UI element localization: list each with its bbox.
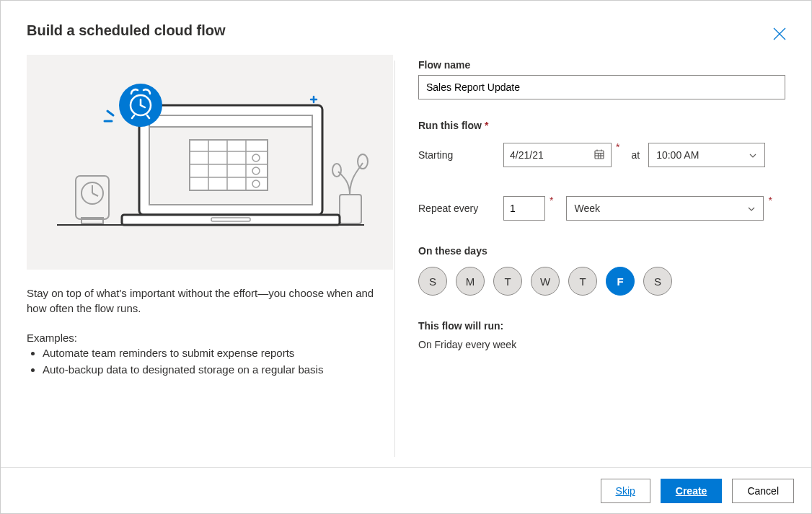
starting-time-select[interactable]: 10:00 AM [648,143,765,167]
starting-time-value: 10:00 AM [656,149,699,161]
day-thursday[interactable]: T [568,267,597,296]
description-text: Stay on top of what's important without … [27,285,377,316]
svg-rect-8 [340,195,361,223]
illustration [27,55,393,270]
repeat-unit-value: Week [574,203,600,214]
cancel-button[interactable]: Cancel [732,479,794,503]
example-item: Auto-backup data to designated storage o… [43,362,377,378]
chevron-down-icon [747,204,756,213]
scheduled-flow-dialog: Build a scheduled cloud flow [0,0,812,514]
run-section-label: Run this flow* [418,120,785,131]
required-asterisk: * [768,195,772,206]
svg-line-26 [107,111,113,115]
required-asterisk: * [485,120,488,131]
starting-date-picker[interactable]: 4/21/21 [503,143,612,167]
dialog-footer: Skip Create Cancel [1,467,811,513]
day-wednesday[interactable]: W [531,267,560,296]
repeat-label: Repeat every [418,203,503,214]
svg-line-6 [92,193,98,196]
flow-name-label: Flow name [418,59,785,71]
summary-label: This flow will run: [418,320,785,332]
svg-point-10 [332,164,341,177]
examples-list: Automate team reminders to submit expens… [30,345,377,378]
svg-rect-36 [595,151,604,159]
required-asterisk: * [550,195,553,206]
day-saturday[interactable]: S [643,267,672,296]
skip-button[interactable]: Skip [601,479,650,503]
starting-date-value: 4/21/21 [510,149,544,161]
day-sunday[interactable]: S [418,267,447,296]
form-panel: Flow name Run this flow* Starting 4/21/2… [395,55,785,513]
flow-name-input[interactable] [418,75,785,99]
summary-text: On Friday every week [418,339,785,350]
close-icon[interactable] [771,25,788,43]
starting-label: Starting [418,149,503,161]
days-picker: S M T W T F S [418,267,785,296]
examples-label: Examples: [27,332,377,344]
svg-rect-16 [190,140,268,190]
svg-rect-14 [122,215,340,225]
repeat-unit-select[interactable]: Week [566,196,764,221]
starting-row: Starting 4/21/21 * at [418,143,785,167]
day-tuesday[interactable]: T [493,267,522,296]
repeat-count-input[interactable] [503,196,545,221]
example-item: Automate team reminders to submit expens… [43,345,377,362]
at-label: at [631,149,640,161]
dialog-title: Build a scheduled cloud flow [27,22,226,39]
run-section-label-text: Run this flow [418,120,482,131]
svg-point-9 [358,154,368,169]
create-button[interactable]: Create [661,479,723,503]
day-monday[interactable]: M [456,267,485,296]
calendar-icon [593,149,605,162]
required-asterisk: * [616,141,619,153]
day-friday[interactable]: F [606,267,635,296]
svg-rect-13 [149,115,312,127]
dialog-header: Build a scheduled cloud flow [27,19,785,50]
repeat-row: Repeat every * Week * [418,196,785,221]
days-label: On these days [418,245,785,257]
left-panel: Stay on top of what's important without … [27,55,394,513]
chevron-down-icon [749,151,757,159]
